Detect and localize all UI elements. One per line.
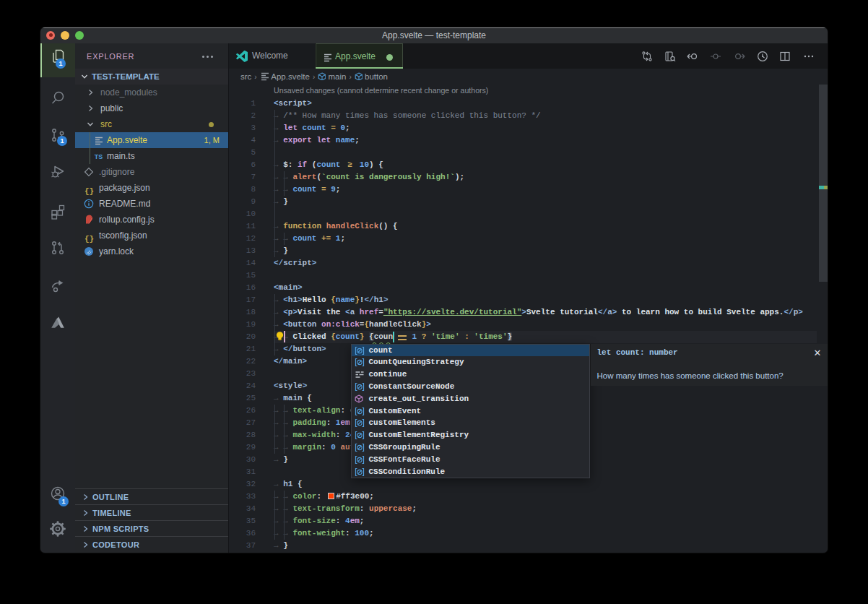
svg-text:TS: TS	[95, 153, 103, 160]
